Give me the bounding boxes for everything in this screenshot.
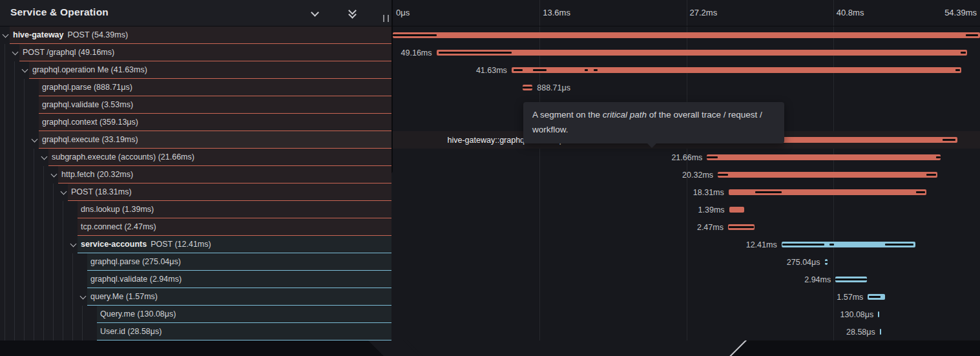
indent-guide <box>34 253 34 271</box>
span-tree-row[interactable]: Query.me (130.08μs) <box>0 306 391 323</box>
span-tree-row[interactable]: graphql.parse (275.04μs) <box>0 253 391 271</box>
span-tree-row[interactable]: graphql.execute (33.19ms) <box>0 131 391 149</box>
span-tree-row[interactable]: graphql.context (359.13μs) <box>0 114 391 131</box>
critical-path-tooltip: A segment on the critical path of the ov… <box>523 102 784 143</box>
span-tree-row[interactable]: query.Me (1.57ms) <box>0 288 391 306</box>
indent-guide <box>5 323 5 340</box>
span-row-content[interactable]: http.fetch (20.32ms) <box>58 166 391 183</box>
span-bar-row[interactable]: 1.57ms <box>393 288 980 306</box>
span-tree-row[interactable]: hive-gatewayPOST (54.39ms) <box>0 26 391 44</box>
span-bar-row[interactable]: 130.08μs <box>393 306 980 323</box>
indent-guide <box>72 323 73 340</box>
indent-guide <box>72 271 73 288</box>
collapse-chevron-icon[interactable] <box>70 241 77 247</box>
span-tree-row[interactable]: POST /graphql (49.16ms) <box>0 44 391 61</box>
collapse-chevron-icon[interactable] <box>12 49 19 56</box>
span-duration-bar[interactable] <box>437 50 968 56</box>
indent-guide <box>14 149 15 166</box>
indent-guide <box>34 201 34 218</box>
span-duration-bar[interactable] <box>878 311 879 317</box>
span-bar-row[interactable]: 888.71μs <box>393 79 980 96</box>
span-bar-row[interactable]: 12.41ms <box>393 236 980 253</box>
span-row-content[interactable]: graphql.execute (33.19ms) <box>39 131 391 149</box>
critical-path-segment <box>955 69 961 71</box>
span-row-content[interactable]: POST /graphql (49.16ms) <box>19 44 391 61</box>
indent-guide <box>24 166 25 183</box>
collapse-chevron-icon[interactable] <box>32 136 38 143</box>
span-row-content[interactable]: tcp.connect (2.47ms) <box>78 218 391 236</box>
span-row-content[interactable]: graphql.validate (2.94ms) <box>87 271 391 288</box>
critical-path-segment <box>718 174 728 176</box>
span-duration-bar[interactable] <box>880 329 881 335</box>
span-row-content[interactable]: dns.lookup (1.39ms) <box>78 201 391 218</box>
critical-path-segment <box>869 296 881 298</box>
indent-guide <box>24 131 25 149</box>
span-bar-row[interactable]: 28.58μs <box>393 323 980 340</box>
span-bar-row[interactable] <box>393 26 980 44</box>
indent-guide <box>34 271 34 288</box>
collapse-chevron-icon[interactable] <box>3 32 9 38</box>
collapse-chevron-icon[interactable] <box>51 171 57 178</box>
timeline-axis: 0μs13.6ms27.2ms40.8ms54.39ms <box>393 0 980 26</box>
span-bar-row[interactable]: 49.16ms <box>393 44 980 61</box>
span-row-content[interactable]: Query.me (130.08μs) <box>97 306 391 323</box>
span-bar-row[interactable]: 41.63ms <box>393 61 980 79</box>
span-row-content[interactable]: subgraph.execute (accounts) (21.66ms) <box>48 149 391 166</box>
indent-guide <box>5 218 5 236</box>
span-row-content[interactable]: graphql.operation Me (41.63ms) <box>29 61 391 79</box>
panel-resize-grip-icon[interactable] <box>383 15 389 22</box>
critical-path-segment <box>943 139 955 141</box>
span-row-content[interactable]: graphql.validate (3.53ms) <box>39 96 391 114</box>
span-tree-row[interactable]: graphql.parse (888.71μs) <box>0 79 391 96</box>
collapse-chevron-icon[interactable] <box>41 154 48 160</box>
span-tree-row[interactable]: graphql.operation Me (41.63ms) <box>0 61 391 79</box>
span-bar-row[interactable]: 2.94ms <box>393 271 980 288</box>
indent-guide <box>5 183 5 201</box>
span-row-content[interactable]: graphql.context (359.13μs) <box>39 114 391 131</box>
span-row-content[interactable]: graphql.parse (275.04μs) <box>87 253 391 271</box>
span-bar-row[interactable]: 1.39ms <box>393 201 980 218</box>
collapse-chevron-icon[interactable] <box>61 189 67 195</box>
indent-guide <box>24 96 25 114</box>
span-row-content[interactable]: User.id (28.58μs) <box>97 323 391 340</box>
span-row-content[interactable]: service-accountsPOST (12.41ms) <box>78 236 391 253</box>
span-row-content[interactable]: query.Me (1.57ms) <box>87 288 391 306</box>
span-bar-row[interactable]: 18.31ms <box>393 183 980 201</box>
span-row-content[interactable]: POST (18.31ms) <box>68 183 391 201</box>
span-tree-row[interactable]: service-accountsPOST (12.41ms) <box>0 236 391 253</box>
span-row-content[interactable]: graphql.parse (888.71μs) <box>39 79 391 96</box>
double-chevron-right-icon[interactable] <box>366 8 377 19</box>
indent-guide <box>53 201 54 218</box>
span-tree-row[interactable]: User.id (28.58μs) <box>0 323 391 340</box>
collapse-chevron-icon[interactable] <box>80 293 87 300</box>
indent-guide <box>34 166 34 183</box>
span-duration-bar[interactable] <box>707 154 941 160</box>
span-duration-bar[interactable] <box>393 32 980 38</box>
indent-guide <box>63 306 63 323</box>
span-row-content[interactable]: hive-gatewayPOST (54.39ms) <box>10 26 391 44</box>
span-tree-row[interactable]: dns.lookup (1.39ms) <box>0 201 391 218</box>
indent-guide <box>34 149 34 166</box>
double-chevron-down-icon[interactable] <box>348 8 359 19</box>
span-tree-row[interactable]: graphql.validate (3.53ms) <box>0 96 391 114</box>
chevron-right-icon[interactable] <box>329 8 340 19</box>
span-bar-row[interactable]: 275.04μs <box>393 253 980 271</box>
critical-path-segment <box>966 34 977 36</box>
span-tree-row[interactable]: subgraph.execute (accounts) (21.66ms) <box>0 149 391 166</box>
span-duration-bar[interactable] <box>729 207 744 213</box>
span-duration-bar[interactable] <box>512 67 961 73</box>
span-tree-row[interactable]: http.fetch (20.32ms) <box>0 166 391 183</box>
indent-guide <box>5 44 5 61</box>
span-tree-row[interactable]: tcp.connect (2.47ms) <box>0 218 391 236</box>
span-duration-label: 275.04μs <box>787 258 820 267</box>
span-duration-bar[interactable] <box>718 172 937 178</box>
span-tree-row[interactable]: graphql.validate (2.94ms) <box>0 271 391 288</box>
span-bar-row[interactable]: 20.32ms <box>393 166 980 183</box>
chevron-down-icon[interactable] <box>310 8 321 19</box>
span-bar-row[interactable]: 21.66ms <box>393 149 980 166</box>
span-tree-row[interactable]: POST (18.31ms) <box>0 183 391 201</box>
axis-tick-label: 27.2ms <box>690 8 718 17</box>
span-service-name: hive-gateway <box>13 30 64 39</box>
span-bar-row[interactable]: 2.47ms <box>393 218 980 236</box>
collapse-chevron-icon[interactable] <box>22 67 28 73</box>
